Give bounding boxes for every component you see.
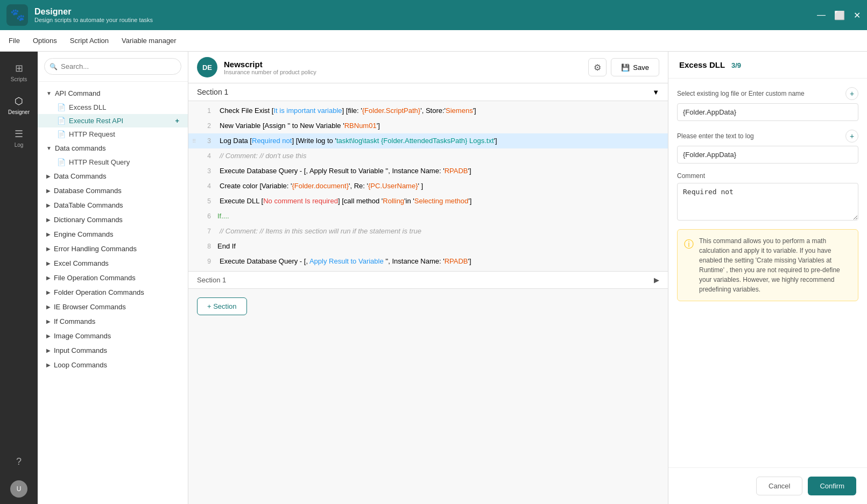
table-row[interactable]: 2New Variable [Assign '' to New Variable…: [188, 118, 668, 133]
table-row[interactable]: 1Check File Exist [It is important varia…: [188, 103, 668, 118]
section-header[interactable]: ▼: [188, 83, 668, 101]
right-panel-footer: Cancel Confirm: [668, 467, 867, 504]
group-dictionary-commands[interactable]: ▶ Dictionary Commands: [38, 212, 188, 227]
group-label-folder: Folder Operation Commands: [54, 288, 144, 296]
section-footer[interactable]: Section 1 ▶: [188, 271, 668, 289]
user-avatar[interactable]: U: [10, 480, 27, 498]
script-name: Newscript: [224, 60, 582, 69]
cmd-http-result-query[interactable]: 📄HTTP Result Query: [38, 155, 188, 169]
group-if-commands[interactable]: ▶ If Commands: [38, 314, 188, 329]
chevron-image: ▶: [46, 333, 51, 339]
cmd-http-request[interactable]: 📄HTTP Request: [38, 127, 188, 141]
command-tree: ▼ API Command 📄Excess DLL 📄Execute Rest …: [38, 82, 188, 377]
script-editor: DE Newscript Insurance number of product…: [188, 52, 668, 504]
group-label-input: Input Commands: [54, 346, 107, 354]
cmd-execute-rest-api[interactable]: 📄Execute Rest API +: [38, 114, 188, 127]
table-row[interactable]: 9Execute Database Query - [, Apply Resul…: [188, 254, 668, 269]
chevron-db: ▶: [46, 188, 51, 194]
menu-options[interactable]: Options: [33, 37, 57, 45]
group-label-dict: Dictionary Commands: [54, 216, 123, 224]
chevron-error: ▶: [46, 246, 51, 252]
section-collapse-icon[interactable]: ▼: [652, 88, 659, 96]
table-row[interactable]: 7// Comment: // Items in this section wi…: [188, 224, 668, 239]
table-row[interactable]: 6If....: [188, 209, 668, 224]
window-controls: — ⬜ ✕: [817, 10, 861, 20]
confirm-button[interactable]: Confirm: [808, 477, 856, 495]
add-log-file-button[interactable]: +: [845, 87, 858, 100]
close-button[interactable]: ✕: [854, 10, 861, 20]
script-description: Insurance number of product policy: [224, 69, 582, 75]
line-content: New Variable [Assign '' to New Variable …: [215, 120, 668, 131]
search-input[interactable]: [44, 58, 181, 75]
table-row[interactable]: 4// Comment: // don't use this: [188, 148, 668, 164]
scripts-icon: ⊞: [15, 62, 23, 74]
file-icon-rest: 📄: [57, 117, 66, 125]
group-label-loop: Loop Commands: [54, 361, 107, 369]
group-label-excel: Excel Commands: [54, 259, 109, 267]
log-icon: ☰: [15, 128, 23, 140]
cmd-excess-dll[interactable]: 📄Excess DLL: [38, 101, 188, 114]
group-loop-commands[interactable]: ▶ Loop Commands: [38, 358, 188, 372]
cancel-button[interactable]: Cancel: [756, 477, 802, 495]
chevron-if: ▶: [46, 318, 51, 324]
group-excel-commands[interactable]: ▶ Excel Commands: [38, 256, 188, 271]
table-row[interactable]: ⠿3Log Data [Required not] [Write log to …: [188, 133, 668, 148]
add-command-button[interactable]: +: [175, 117, 179, 125]
field-log-file-label: Select existing log file or Enter custom…: [677, 87, 858, 100]
section-name-input[interactable]: [197, 88, 291, 96]
group-data-commands[interactable]: ▼ Data commands: [38, 141, 188, 155]
group-error-commands[interactable]: ▶ Error Handling Commands: [38, 242, 188, 256]
group-ie-commands[interactable]: ▶ IE Browser Commands: [38, 300, 188, 314]
menu-script-action[interactable]: Script Action: [70, 37, 109, 45]
log-file-input[interactable]: [677, 103, 858, 121]
sidebar-item-log[interactable]: ☰ Log: [3, 124, 35, 152]
help-button[interactable]: ?: [3, 452, 35, 472]
group-file-commands[interactable]: ▶ File Operation Commands: [38, 271, 188, 285]
right-panel-header: Excess DLL 3/9: [668, 52, 867, 79]
app-logo: 🐾: [6, 4, 28, 26]
line-number: 4: [199, 152, 215, 160]
menu-file[interactable]: File: [9, 37, 20, 45]
drag-handle: ⠿: [188, 138, 199, 144]
group-api-command[interactable]: ▼ API Command: [38, 86, 188, 101]
minimize-button[interactable]: —: [817, 10, 826, 20]
line-number: 9: [199, 258, 215, 265]
group-data-commands2[interactable]: ▶ Data Commands: [38, 169, 188, 183]
chevron-ie: ▶: [46, 304, 51, 310]
table-row[interactable]: 4Create color [Variable: '{Folder.docume…: [188, 179, 668, 194]
settings-button[interactable]: ⚙: [588, 58, 607, 76]
group-engine-commands[interactable]: ▶ Engine Commands: [38, 227, 188, 242]
sidebar-item-scripts[interactable]: ⊞ Scripts: [3, 58, 35, 87]
file-icon-excess: 📄: [57, 103, 66, 111]
table-row[interactable]: 8End If: [188, 239, 668, 254]
group-label-error: Error Handling Commands: [54, 245, 137, 253]
add-log-text-button[interactable]: +: [845, 130, 858, 143]
group-image-commands[interactable]: ▶ Image Commands: [38, 329, 188, 343]
add-section-button[interactable]: + Section: [197, 297, 247, 315]
log-text-input[interactable]: [677, 146, 858, 164]
group-input-commands[interactable]: ▶ Input Commands: [38, 343, 188, 358]
group-label-api: API Command: [55, 89, 101, 97]
table-row[interactable]: 5Execute DLL [No comment Is required] [c…: [188, 194, 668, 209]
line-content: Create color [Variable: '{Folder.documen…: [215, 181, 668, 191]
line-content: Execute Database Query - [, Apply Result…: [215, 166, 668, 176]
group-datatable-commands[interactable]: ▶ DataTable Commands: [38, 198, 188, 212]
menu-bar: File Options Script Action Variable mana…: [0, 30, 867, 52]
maximize-button[interactable]: ⬜: [834, 10, 845, 20]
right-panel: Excess DLL 3/9 Select existing log file …: [668, 52, 867, 504]
menu-variable-manager[interactable]: Variable manager: [122, 37, 177, 45]
sidebar-item-designer[interactable]: ⬡ Designer: [3, 91, 35, 119]
save-button[interactable]: 💾 Save: [611, 58, 659, 76]
field-log-text: Please enter the text to log +: [677, 130, 858, 164]
script-avatar: DE: [197, 57, 217, 77]
group-database-commands[interactable]: ▶ Database Commands: [38, 183, 188, 198]
table-row[interactable]: 3Execute Database Query - [, Apply Resul…: [188, 164, 668, 179]
search-icon: 🔍: [50, 63, 58, 70]
comment-textarea[interactable]: [677, 183, 858, 221]
chevron-dict: ▶: [46, 217, 51, 223]
group-arrow-api: ▼: [46, 90, 52, 96]
line-number: 3: [199, 137, 215, 145]
title-bar: 🐾 Designer Design scripts to automate yo…: [0, 0, 867, 30]
script-info: Newscript Insurance number of product po…: [224, 60, 582, 75]
group-folder-commands[interactable]: ▶ Folder Operation Commands: [38, 285, 188, 300]
